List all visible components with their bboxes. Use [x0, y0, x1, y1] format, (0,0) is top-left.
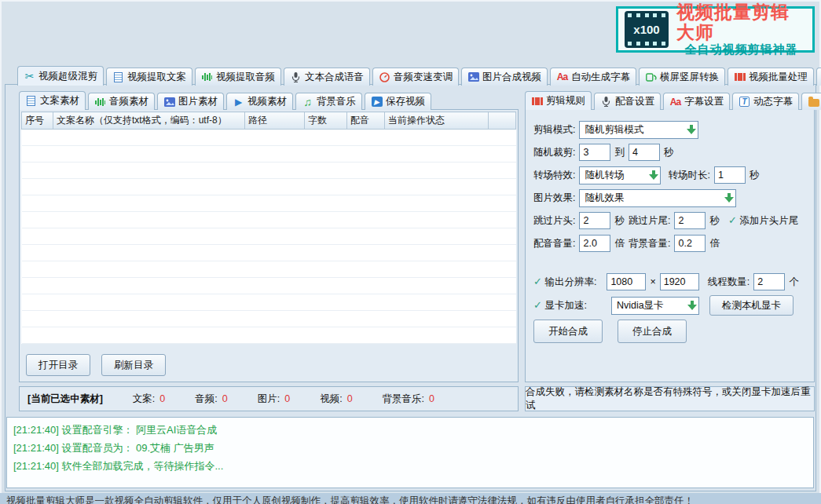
tab-save-video[interactable]: ▶ 保存视频 [365, 93, 431, 110]
tab-video-batch-process[interactable]: 视频批量处理 [728, 68, 814, 86]
times-unit: 倍 [709, 237, 720, 250]
tab-label: 字幕设置 [684, 95, 724, 108]
threads-label: 线程数量: [708, 276, 750, 289]
tab-label: 视频提取文案 [127, 71, 186, 84]
add-head-tail-checkbox[interactable]: ✓ 添加片头片尾 [728, 214, 798, 228]
subtitle-aa-icon: Aa [669, 97, 681, 108]
refresh-directory-button[interactable]: 刷新目录 [101, 354, 166, 376]
settings-tab-bar: 剪辑规则 配音设置 Aa 字幕设置 T 动态字幕 素材目录 [525, 91, 821, 110]
random-cut-to-input[interactable] [629, 144, 660, 161]
tab-background-music[interactable]: ♫ 背景音乐 [295, 93, 362, 110]
tab-dynamic-subtitles[interactable]: T 动态字幕 [732, 93, 799, 110]
table-row [22, 294, 516, 311]
gpu-select[interactable]: Nvidia显卡 [611, 297, 699, 315]
col-filename[interactable]: 文案名称（仅支持txt格式，编码：utf-8） [53, 112, 245, 130]
tab-audio-speed-pitch[interactable]: 音频变速变调 [372, 68, 459, 86]
microphone-icon [600, 97, 612, 108]
footer-disclaimer: 视频批量剪辑大师是一款视频全自动剪辑软件，仅用于个人原创视频制作，提高剪辑效率，… [0, 493, 821, 504]
tab-image-material[interactable]: 图片素材 [157, 93, 224, 110]
stop-compose-button[interactable]: 停止合成 [618, 320, 687, 343]
tab-label: 视频超级混剪 [38, 70, 97, 83]
log-output[interactable]: [21:21:40] 设置配音引擎： 阿里云AI语音合成 [21:21:40] … [6, 417, 814, 488]
tab-label: 剪辑规则 [546, 94, 585, 108]
seconds-unit: 秒 [750, 169, 760, 182]
count-image: 图片:0 [258, 393, 290, 406]
random-cut-from-input[interactable] [579, 144, 610, 161]
rotate-screen-icon [645, 71, 657, 82]
table-row [22, 261, 516, 278]
tab-video-extract-audio[interactable]: 视频提取音频 [195, 68, 281, 86]
resolution-height-input[interactable] [660, 273, 699, 290]
col-path[interactable]: 路径 [245, 112, 305, 130]
image-effect-select[interactable]: 随机效果 [579, 189, 736, 207]
tab-image-to-video[interactable]: 图片合成视频 [461, 68, 548, 86]
equalizer-icon [201, 71, 213, 82]
text-t-icon: T [739, 97, 750, 108]
transition-duration-input[interactable] [714, 166, 746, 184]
gpu-accel-label: 显卡加速: [544, 300, 586, 311]
image-effect-value: 随机效果 [585, 192, 624, 205]
table-row [22, 278, 516, 294]
image-icon [467, 71, 479, 82]
folder-icon [808, 97, 819, 108]
table-row [22, 212, 516, 228]
selection-prefix: [当前已选中素材] [27, 393, 103, 406]
film-icon [531, 96, 543, 107]
start-compose-button[interactable]: 开始合成 [533, 320, 603, 343]
tab-label: 文本合成语音 [305, 71, 364, 84]
table-row [22, 146, 516, 163]
table-row [22, 245, 516, 261]
table-row [22, 130, 516, 146]
detect-gpu-button[interactable]: 检测本机显卡 [709, 295, 794, 316]
skip-head-input[interactable] [579, 212, 610, 229]
image-icon [163, 97, 175, 108]
dropdown-arrow-icon [687, 301, 697, 310]
table-row [22, 179, 516, 195]
status-message: 合成失败，请检测素材名称是否有特殊符号，或关闭显卡加速后重试 [526, 385, 814, 412]
tab-software-settings[interactable]: ⚙ 软件参数设置 [816, 68, 821, 86]
tab-label: 视频批量处理 [749, 71, 808, 84]
check-icon: ✓ [533, 276, 542, 287]
tab-clip-rules[interactable]: 剪辑规则 [525, 91, 592, 110]
tab-text-material[interactable]: 文案素材 [19, 91, 86, 110]
resolution-checkbox[interactable]: ✓ 输出分辨率: [533, 276, 596, 289]
open-directory-button[interactable]: 打开目录 [26, 354, 90, 376]
random-cut-label: 随机裁剪: [533, 146, 575, 159]
threads-input[interactable] [753, 273, 785, 290]
image-effect-label: 图片效果: [533, 192, 575, 205]
log-line: [21:21:40] 软件全部加载完成，等待操作指令... [13, 457, 807, 475]
tab-dubbing-settings[interactable]: 配音设置 [594, 93, 661, 110]
tab-orientation-convert[interactable]: 横屏竖屏转换 [639, 68, 725, 86]
tab-subtitle-settings[interactable]: Aa 字幕设置 [663, 93, 730, 110]
resolution-label: 输出分辨率: [544, 276, 596, 287]
col-status[interactable]: 当前操作状态 [385, 112, 489, 130]
skip-tail-label: 跳过片尾: [629, 214, 670, 228]
tab-material-directory[interactable]: 素材目录 [801, 93, 821, 110]
col-dubbing[interactable]: 配音 [347, 112, 385, 130]
check-icon: ✓ [533, 299, 542, 311]
tab-video-super-mix[interactable]: ✂ 视频超级混剪 [17, 66, 104, 86]
bg-volume-input[interactable] [674, 235, 706, 252]
tab-label: 背景音乐 [317, 95, 356, 108]
document-icon [25, 96, 37, 107]
tab-text-to-speech[interactable]: 文本合成语音 [284, 68, 370, 86]
check-icon: ✓ [728, 214, 737, 226]
col-wordcount[interactable]: 字数 [305, 112, 347, 130]
tab-video-extract-text[interactable]: 视频提取文案 [106, 68, 192, 86]
clip-mode-select[interactable]: 随机剪辑模式 [579, 121, 698, 139]
transition-select[interactable]: 随机转场 [579, 166, 661, 184]
tab-auto-subtitles[interactable]: Aa 自动生成字幕 [550, 68, 636, 86]
tab-video-material[interactable]: ▶ 视频素材 [226, 93, 293, 110]
skip-tail-input[interactable] [674, 212, 706, 229]
table-row [22, 228, 516, 245]
table-row [22, 327, 516, 344]
count-audio-value: 0 [222, 393, 228, 404]
col-index[interactable]: 序号 [22, 112, 53, 130]
gpu-accel-checkbox[interactable]: ✓ 显卡加速: [533, 299, 587, 312]
resolution-width-input[interactable] [607, 273, 646, 290]
tab-audio-material[interactable]: 音频素材 [88, 93, 155, 110]
count-bgm: 背景音乐:0 [383, 393, 434, 406]
bg-volume-label: 背景音量: [629, 237, 670, 250]
voice-volume-input[interactable] [579, 235, 610, 252]
subtitle-aa-icon: Aa [556, 71, 568, 82]
